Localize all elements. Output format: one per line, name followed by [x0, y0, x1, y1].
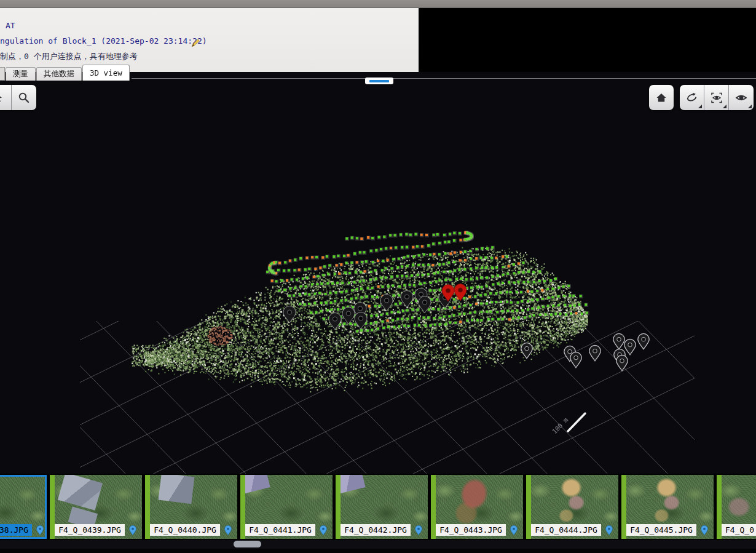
photo-position-pin[interactable]	[329, 313, 341, 330]
home-icon	[655, 92, 667, 104]
pan-tool-button[interactable]	[0, 85, 12, 110]
eye-focus-icon	[710, 91, 723, 105]
photo-thumbnail[interactable]: 38.JPG	[0, 475, 47, 539]
selected-photo-pin[interactable]	[454, 284, 467, 301]
application-window: AT ngulation of Block_1 (2021-Sep-02 23:…	[0, 0, 756, 553]
control-point-pin[interactable]	[613, 333, 624, 349]
photo-pin-icon	[36, 525, 44, 536]
photo-thumbnail[interactable]: F4_Q_0445.JPG	[621, 475, 714, 539]
tab-label: 3D view	[90, 68, 122, 78]
scrollbar-thumb[interactable]	[234, 541, 261, 547]
zoom-tool-button[interactable]	[12, 85, 36, 110]
photo-pin-icon	[128, 525, 137, 536]
control-point-pin[interactable]	[589, 345, 600, 360]
block-summary: 制点，0 个用户连接点，具有地理参考	[0, 51, 138, 62]
photo-position-pin[interactable]	[283, 306, 296, 324]
photo-filename: F4_Q_0	[722, 524, 756, 536]
photo-filename: F4_Q_0445.JPG	[626, 524, 696, 536]
home-view-button[interactable]	[649, 85, 674, 110]
photo-thumbnail[interactable]: F4_Q_0440.JPG	[145, 475, 237, 539]
orbit-icon	[685, 91, 699, 105]
dropdown-corner	[748, 105, 752, 108]
splitter-grip	[369, 80, 389, 82]
viewport-3d[interactable]: 100 m	[0, 72, 756, 474]
tab-其他数据[interactable]: 其他数据	[36, 67, 82, 81]
photo-thumbnail[interactable]: F4_Q_0439.JPG	[50, 475, 142, 539]
photo-filename: F4_Q_0444.JPG	[531, 524, 601, 536]
photo-thumbnail[interactable]: F4_Q_0444.JPG	[526, 475, 618, 539]
toolbar-home	[649, 85, 674, 110]
tab-strip: 测量 其他数据 3D view	[0, 64, 130, 81]
tab-label: 其他数据	[44, 69, 74, 79]
photo-filename: F4_Q_0443.JPG	[436, 524, 506, 536]
filmstrip-scroll-area	[0, 540, 756, 553]
zoom-on-visible-button[interactable]	[704, 85, 729, 110]
horizontal-scrollbar[interactable]	[0, 540, 756, 549]
photo-thumbnail[interactable]: F4_Q_0443.JPG	[431, 475, 523, 539]
control-point-pin[interactable]	[570, 352, 581, 367]
photo-pin-icon	[414, 525, 423, 536]
edit-pencil-icon[interactable]	[191, 38, 200, 48]
dropdown-corner	[723, 105, 726, 108]
filmstrip: 38.JPG F4_Q_0439.JPG F	[0, 474, 756, 540]
photo-position-pin[interactable]	[419, 296, 431, 314]
photo-filename: F4_Q_0442.JPG	[341, 524, 411, 536]
photo-pin-icon	[319, 525, 328, 536]
photo-pin-icon	[510, 525, 518, 536]
scale-bar	[568, 413, 585, 431]
tab-scroll-stub[interactable]	[0, 67, 5, 81]
marker-overlay: 100 m	[0, 72, 756, 474]
control-point-pin[interactable]	[638, 333, 649, 349]
photo-pin-icon	[700, 525, 709, 536]
viewport-top-divider	[132, 78, 756, 79]
dropdown-corner	[698, 105, 702, 108]
pan-icon	[0, 92, 6, 104]
photo-thumbnail[interactable]: F4_Q_0442.JPG	[336, 475, 428, 539]
toolbar-left	[0, 85, 36, 110]
block-title: ngulation of Block_1 (2021-Sep-02 23:14:…	[0, 36, 207, 46]
photo-filename: 38.JPG	[0, 524, 32, 536]
photo-position-pin[interactable]	[355, 312, 367, 330]
display-options-button[interactable]	[729, 85, 754, 110]
control-point-pin[interactable]	[521, 343, 532, 358]
photo-thumbnail[interactable]: F4_Q_0	[717, 475, 756, 539]
tab-测量[interactable]: 测量	[6, 67, 36, 81]
photo-filename: F4_Q_0440.JPG	[150, 524, 220, 536]
photo-filename: F4_Q_0441.JPG	[245, 524, 315, 536]
tab-3d-view[interactable]: 3D view	[82, 65, 130, 81]
eye-icon	[734, 91, 748, 105]
photo-filename: F4_Q_0439.JPG	[55, 524, 125, 536]
control-point-pin[interactable]	[624, 339, 636, 354]
scale-label: 100 m	[551, 416, 570, 435]
photo-pin-icon	[605, 525, 613, 536]
photo-pin-icon	[224, 525, 232, 536]
photo-position-pin[interactable]	[380, 295, 393, 312]
magnifier-icon	[18, 92, 30, 104]
app-label: AT	[6, 21, 15, 30]
control-point-pin[interactable]	[616, 355, 628, 370]
panel-splitter-handle[interactable]	[365, 78, 393, 84]
photo-thumbnail[interactable]: F4_Q_0441.JPG	[240, 475, 333, 539]
tab-label: 测量	[13, 69, 28, 79]
header-panel: AT ngulation of Block_1 (2021-Sep-02 23:…	[0, 8, 419, 72]
orbit-mode-button[interactable]	[680, 85, 704, 110]
photo-position-pin[interactable]	[342, 308, 355, 325]
photo-position-pin[interactable]	[401, 291, 413, 308]
window-titlebar[interactable]	[0, 0, 756, 8]
toolbar-view	[680, 85, 754, 110]
